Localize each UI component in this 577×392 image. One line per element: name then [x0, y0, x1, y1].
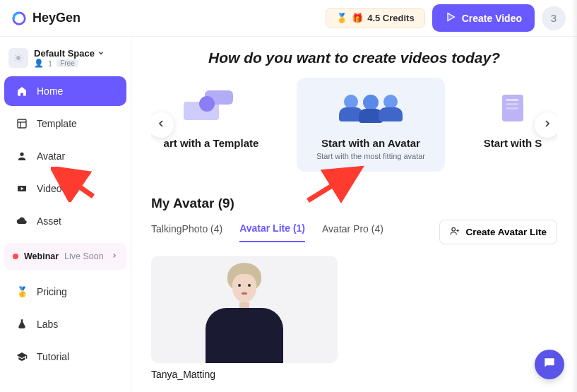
svg-rect-3	[18, 119, 26, 128]
brand-logo-icon	[11, 11, 27, 26]
member-icon: 👤	[34, 59, 44, 68]
chevron-left-icon	[155, 118, 167, 131]
card-title: art with a Template	[164, 137, 259, 149]
workspace-icon	[8, 48, 28, 68]
carousel-next-button[interactable]	[535, 112, 557, 138]
create-avatar-lite-label: Create Avatar Lite	[465, 227, 547, 237]
video-icon	[16, 182, 28, 195]
card-title: Start with S	[484, 137, 542, 149]
play-add-icon	[445, 11, 456, 25]
card-title: Start with an Avatar	[321, 137, 420, 149]
sidebar-item-label: Avatar	[37, 150, 115, 162]
avatar-tabs: TalkingPhoto (4) Avatar Lite (1) Avatar …	[151, 220, 557, 244]
sidebar-item-labs[interactable]: Labs	[4, 309, 126, 339]
webinar-sub: Live Soon	[64, 251, 104, 261]
user-plus-icon	[450, 226, 460, 238]
svg-point-9	[452, 227, 456, 231]
pricing-icon: 🥇	[16, 285, 28, 298]
template-illustration	[179, 88, 243, 129]
gift-icon: 🎁	[352, 13, 363, 23]
coin-icon: 🥇	[336, 13, 347, 23]
workspace-switcher[interactable]: Default Space 👤 1 Free	[0, 44, 131, 75]
avatar-gallery: Tanya_Matting	[151, 256, 557, 380]
avatar-thumbnail	[151, 256, 338, 363]
svg-line-15	[56, 171, 93, 196]
create-video-button[interactable]: Create Video	[432, 4, 535, 32]
card-subtitle: Start with the most fitting avatar	[316, 152, 425, 160]
svg-marker-1	[448, 13, 454, 21]
sidebar-item-webinar[interactable]: Webinar Live Soon	[4, 243, 126, 270]
chat-icon	[542, 356, 557, 373]
start-card-avatar[interactable]: Start with an Avatar Start with the most…	[297, 78, 445, 172]
sidebar: Default Space 👤 1 Free Home Template Ava…	[0, 37, 131, 392]
sidebar-item-tutorial[interactable]: Tutorial	[4, 342, 126, 372]
home-icon	[16, 85, 28, 97]
script-illustration	[495, 88, 530, 129]
member-count: 1	[48, 59, 52, 68]
live-dot-icon	[13, 254, 18, 259]
sidebar-item-label: Labs	[37, 319, 115, 330]
svg-line-13	[308, 171, 356, 201]
sidebar-item-label: Pricing	[37, 286, 115, 297]
page-headline: How do you want to create videos today?	[151, 49, 557, 66]
sidebar-item-asset[interactable]: Asset	[4, 206, 126, 236]
create-avatar-lite-button[interactable]: Create Avatar Lite	[439, 220, 557, 244]
cloud-icon	[16, 215, 28, 227]
flask-icon	[16, 318, 28, 331]
sidebar-item-label: Tutorial	[37, 351, 115, 362]
avatar-card[interactable]: Tanya_Matting	[151, 256, 338, 380]
sidebar-item-label: Home	[37, 85, 115, 97]
support-chat-button[interactable]	[535, 350, 564, 379]
sidebar-item-template[interactable]: Template	[4, 109, 126, 138]
tab-talkingphoto[interactable]: TalkingPhoto (4)	[151, 223, 222, 242]
tab-avatar-pro[interactable]: Avatar Pro (4)	[322, 223, 383, 242]
brand[interactable]: HeyGen	[11, 11, 81, 26]
webinar-label: Webinar	[24, 251, 59, 261]
chevron-right-icon	[111, 251, 118, 261]
credits-label: 4.5 Credits	[367, 13, 414, 23]
avatar-portrait	[198, 257, 290, 363]
plan-badge: Free	[56, 59, 78, 67]
credits-pill[interactable]: 🥇 🎁 4.5 Credits	[326, 8, 424, 28]
graduation-icon	[16, 350, 28, 363]
app-header: HeyGen 🥇 🎁 4.5 Credits Create Video 3	[0, 0, 577, 37]
start-cards-carousel: art with a Template Start with an Avatar…	[151, 78, 557, 172]
svg-point-6	[20, 153, 23, 156]
profile-avatar-number: 3	[551, 12, 557, 24]
tab-avatar-lite[interactable]: Avatar Lite (1)	[239, 222, 305, 242]
sidebar-item-home[interactable]: Home	[4, 76, 126, 106]
template-icon	[16, 117, 28, 130]
main-content: How do you want to create videos today? …	[131, 37, 577, 392]
chevron-down-icon	[97, 48, 105, 59]
workspace-name: Default Space	[34, 48, 95, 59]
create-video-label: Create Video	[462, 13, 522, 24]
sidebar-item-pricing[interactable]: 🥇 Pricing	[4, 277, 126, 307]
chevron-right-icon	[542, 118, 553, 131]
brand-name: HeyGen	[32, 11, 81, 25]
sidebar-item-label: Template	[37, 118, 115, 129]
avatar-illustration	[339, 88, 403, 129]
avatar-name: Tanya_Matting	[151, 369, 338, 380]
sidebar-item-label: Asset	[37, 215, 115, 227]
svg-point-2	[16, 56, 20, 60]
avatar-icon	[16, 150, 28, 162]
profile-avatar[interactable]: 3	[542, 6, 566, 30]
